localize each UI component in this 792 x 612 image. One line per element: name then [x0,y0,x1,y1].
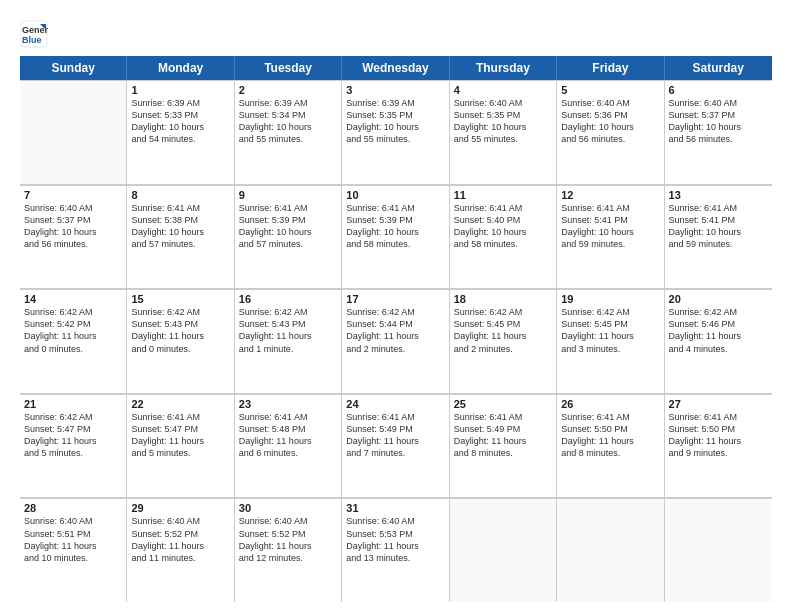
calendar-cell: 23Sunrise: 6:41 AM Sunset: 5:48 PM Dayli… [235,394,342,498]
weekday-header: Saturday [665,56,772,80]
calendar-cell: 11Sunrise: 6:41 AM Sunset: 5:40 PM Dayli… [450,185,557,289]
cell-info: Sunrise: 6:41 AM Sunset: 5:47 PM Dayligh… [131,411,229,460]
day-number: 16 [239,293,337,305]
calendar-cell [557,498,664,602]
day-number: 27 [669,398,768,410]
cell-info: Sunrise: 6:41 AM Sunset: 5:38 PM Dayligh… [131,202,229,251]
cell-info: Sunrise: 6:42 AM Sunset: 5:43 PM Dayligh… [131,306,229,355]
day-number: 4 [454,84,552,96]
calendar-cell: 29Sunrise: 6:40 AM Sunset: 5:52 PM Dayli… [127,498,234,602]
day-number: 26 [561,398,659,410]
cell-info: Sunrise: 6:42 AM Sunset: 5:45 PM Dayligh… [454,306,552,355]
day-number: 12 [561,189,659,201]
calendar-cell: 1Sunrise: 6:39 AM Sunset: 5:33 PM Daylig… [127,80,234,184]
cell-info: Sunrise: 6:40 AM Sunset: 5:51 PM Dayligh… [24,515,122,564]
header: General Blue [20,16,772,48]
logo-icon: General Blue [20,20,48,48]
calendar-header: SundayMondayTuesdayWednesdayThursdayFrid… [20,56,772,80]
day-number: 22 [131,398,229,410]
day-number: 19 [561,293,659,305]
day-number: 14 [24,293,122,305]
calendar-cell: 20Sunrise: 6:42 AM Sunset: 5:46 PM Dayli… [665,289,772,393]
cell-info: Sunrise: 6:41 AM Sunset: 5:41 PM Dayligh… [561,202,659,251]
day-number: 11 [454,189,552,201]
day-number: 30 [239,502,337,514]
logo: General Blue [20,20,52,48]
calendar-row: 14Sunrise: 6:42 AM Sunset: 5:42 PM Dayli… [20,289,772,394]
cell-info: Sunrise: 6:40 AM Sunset: 5:37 PM Dayligh… [24,202,122,251]
cell-info: Sunrise: 6:39 AM Sunset: 5:33 PM Dayligh… [131,97,229,146]
cell-info: Sunrise: 6:41 AM Sunset: 5:39 PM Dayligh… [239,202,337,251]
day-number: 24 [346,398,444,410]
cell-info: Sunrise: 6:39 AM Sunset: 5:35 PM Dayligh… [346,97,444,146]
cell-info: Sunrise: 6:42 AM Sunset: 5:43 PM Dayligh… [239,306,337,355]
calendar-row: 28Sunrise: 6:40 AM Sunset: 5:51 PM Dayli… [20,498,772,602]
calendar-cell: 22Sunrise: 6:41 AM Sunset: 5:47 PM Dayli… [127,394,234,498]
calendar-cell: 10Sunrise: 6:41 AM Sunset: 5:39 PM Dayli… [342,185,449,289]
weekday-header: Tuesday [235,56,342,80]
calendar-cell: 8Sunrise: 6:41 AM Sunset: 5:38 PM Daylig… [127,185,234,289]
cell-info: Sunrise: 6:41 AM Sunset: 5:50 PM Dayligh… [561,411,659,460]
calendar-cell: 14Sunrise: 6:42 AM Sunset: 5:42 PM Dayli… [20,289,127,393]
cell-info: Sunrise: 6:40 AM Sunset: 5:53 PM Dayligh… [346,515,444,564]
weekday-header: Thursday [450,56,557,80]
weekday-header: Friday [557,56,664,80]
calendar-row: 21Sunrise: 6:42 AM Sunset: 5:47 PM Dayli… [20,394,772,499]
cell-info: Sunrise: 6:40 AM Sunset: 5:35 PM Dayligh… [454,97,552,146]
calendar-row: 7Sunrise: 6:40 AM Sunset: 5:37 PM Daylig… [20,185,772,290]
day-number: 17 [346,293,444,305]
calendar-cell [20,80,127,184]
calendar-cell: 9Sunrise: 6:41 AM Sunset: 5:39 PM Daylig… [235,185,342,289]
weekday-header: Wednesday [342,56,449,80]
cell-info: Sunrise: 6:41 AM Sunset: 5:40 PM Dayligh… [454,202,552,251]
day-number: 9 [239,189,337,201]
day-number: 3 [346,84,444,96]
cell-info: Sunrise: 6:39 AM Sunset: 5:34 PM Dayligh… [239,97,337,146]
day-number: 31 [346,502,444,514]
cell-info: Sunrise: 6:41 AM Sunset: 5:49 PM Dayligh… [346,411,444,460]
calendar-cell: 26Sunrise: 6:41 AM Sunset: 5:50 PM Dayli… [557,394,664,498]
calendar-cell: 13Sunrise: 6:41 AM Sunset: 5:41 PM Dayli… [665,185,772,289]
calendar-cell: 12Sunrise: 6:41 AM Sunset: 5:41 PM Dayli… [557,185,664,289]
weekday-header: Sunday [20,56,127,80]
day-number: 13 [669,189,768,201]
weekday-header: Monday [127,56,234,80]
calendar-cell: 31Sunrise: 6:40 AM Sunset: 5:53 PM Dayli… [342,498,449,602]
day-number: 20 [669,293,768,305]
calendar-cell: 25Sunrise: 6:41 AM Sunset: 5:49 PM Dayli… [450,394,557,498]
calendar-cell: 21Sunrise: 6:42 AM Sunset: 5:47 PM Dayli… [20,394,127,498]
day-number: 29 [131,502,229,514]
calendar-row: 1Sunrise: 6:39 AM Sunset: 5:33 PM Daylig… [20,80,772,185]
calendar-cell [450,498,557,602]
calendar-body: 1Sunrise: 6:39 AM Sunset: 5:33 PM Daylig… [20,80,772,602]
cell-info: Sunrise: 6:41 AM Sunset: 5:50 PM Dayligh… [669,411,768,460]
cell-info: Sunrise: 6:40 AM Sunset: 5:52 PM Dayligh… [239,515,337,564]
cell-info: Sunrise: 6:42 AM Sunset: 5:44 PM Dayligh… [346,306,444,355]
day-number: 6 [669,84,768,96]
day-number: 1 [131,84,229,96]
day-number: 21 [24,398,122,410]
calendar-cell: 7Sunrise: 6:40 AM Sunset: 5:37 PM Daylig… [20,185,127,289]
page: General Blue SundayMondayTuesdayWednesda… [0,0,792,612]
calendar-cell: 17Sunrise: 6:42 AM Sunset: 5:44 PM Dayli… [342,289,449,393]
cell-info: Sunrise: 6:42 AM Sunset: 5:46 PM Dayligh… [669,306,768,355]
day-number: 10 [346,189,444,201]
day-number: 23 [239,398,337,410]
cell-info: Sunrise: 6:41 AM Sunset: 5:39 PM Dayligh… [346,202,444,251]
calendar: SundayMondayTuesdayWednesdayThursdayFrid… [20,56,772,602]
day-number: 2 [239,84,337,96]
cell-info: Sunrise: 6:42 AM Sunset: 5:47 PM Dayligh… [24,411,122,460]
calendar-cell [665,498,772,602]
day-number: 8 [131,189,229,201]
calendar-cell: 2Sunrise: 6:39 AM Sunset: 5:34 PM Daylig… [235,80,342,184]
calendar-cell: 4Sunrise: 6:40 AM Sunset: 5:35 PM Daylig… [450,80,557,184]
calendar-cell: 5Sunrise: 6:40 AM Sunset: 5:36 PM Daylig… [557,80,664,184]
calendar-cell: 24Sunrise: 6:41 AM Sunset: 5:49 PM Dayli… [342,394,449,498]
day-number: 25 [454,398,552,410]
calendar-cell: 6Sunrise: 6:40 AM Sunset: 5:37 PM Daylig… [665,80,772,184]
day-number: 5 [561,84,659,96]
calendar-cell: 16Sunrise: 6:42 AM Sunset: 5:43 PM Dayli… [235,289,342,393]
svg-text:Blue: Blue [22,35,42,45]
calendar-cell: 30Sunrise: 6:40 AM Sunset: 5:52 PM Dayli… [235,498,342,602]
day-number: 18 [454,293,552,305]
